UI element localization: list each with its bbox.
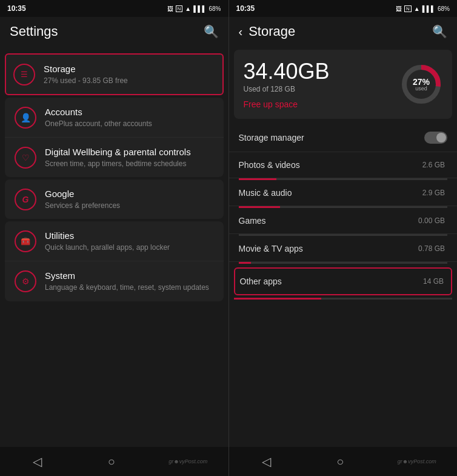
left-time: 10:35 xyxy=(7,4,26,13)
digital-wellbeing-text: Digital Wellbeing & parental controls Sc… xyxy=(45,146,214,169)
google-subtitle: Services & preferences xyxy=(45,201,214,211)
storage-used-of-label: Used of 128 GB xyxy=(244,85,330,93)
settings-group-3: 🧰 Utilities Quick launch, parallel apps,… xyxy=(5,221,224,301)
storage-settings-item[interactable]: ☰ Storage 27% used - 93.85 GB free xyxy=(5,53,224,95)
left-home-button[interactable]: ○ xyxy=(96,450,127,474)
left-page-title: Settings xyxy=(10,24,204,39)
donut-label: 27% used xyxy=(413,77,430,91)
games-section: Games 0.00 GB xyxy=(229,208,458,236)
settings-group-1: 👤 Accounts OnePlus account, other accoun… xyxy=(5,98,224,177)
left-nav-bar: ◁ ○ gr☻vyPost.com xyxy=(0,447,228,476)
right-back-button[interactable]: ‹ xyxy=(239,25,243,39)
photos-videos-value: 2.6 GB xyxy=(422,161,445,169)
system-title: System xyxy=(45,270,214,282)
left-battery-icon: 68% xyxy=(208,5,221,12)
left-status-icons: 🖼 N ▲ ▌▌▌ 68% xyxy=(167,5,221,12)
other-apps-value: 14 GB xyxy=(423,277,444,286)
system-subtitle: Language & keyboard, time, reset, system… xyxy=(45,283,214,293)
storage-rows-section: Storage manager Photos & videos 2.6 GB M… xyxy=(229,122,458,265)
movie-tv-section: Movie & TV apps 0.78 GB xyxy=(229,236,458,264)
music-audio-value: 2.9 GB xyxy=(422,189,445,197)
settings-group-2: G Google Services & preferences xyxy=(5,179,224,219)
music-audio-row[interactable]: Music & audio 2.9 GB xyxy=(229,180,458,206)
left-top-bar: Settings 🔍 xyxy=(0,17,228,46)
movie-tv-bar-fill xyxy=(239,262,252,264)
left-panel: 10:35 🖼 N ▲ ▌▌▌ 68% Settings 🔍 ☰ Storage… xyxy=(0,0,228,476)
right-wifi-icon: ▲ xyxy=(414,5,420,12)
storage-content: 34.40GB Used of 128 GB Free up space 27%… xyxy=(229,46,458,447)
right-page-title: Storage xyxy=(249,24,432,39)
right-time: 10:35 xyxy=(236,4,255,13)
accounts-item-text: Accounts OnePlus account, other accounts xyxy=(45,106,214,129)
right-nfc-icon: N xyxy=(404,5,412,12)
storage-item-title: Storage xyxy=(44,63,215,75)
left-signal-icon: ▌▌▌ xyxy=(193,5,206,12)
storage-hero-card: 34.40GB Used of 128 GB Free up space 27%… xyxy=(234,50,453,119)
left-status-bar: 10:35 🖼 N ▲ ▌▌▌ 68% xyxy=(0,0,228,17)
utilities-item-text: Utilities Quick launch, parallel apps, a… xyxy=(45,230,214,252)
photos-videos-row[interactable]: Photos & videos 2.6 GB xyxy=(229,152,458,178)
photos-videos-label: Photos & videos xyxy=(239,160,422,170)
free-up-space-button[interactable]: Free up space xyxy=(244,99,330,109)
games-label: Games xyxy=(239,216,418,226)
system-icon: ⚙ xyxy=(15,270,36,292)
left-search-button[interactable]: 🔍 xyxy=(204,24,219,39)
utilities-item[interactable]: 🧰 Utilities Quick launch, parallel apps,… xyxy=(5,221,224,261)
movie-tv-row[interactable]: Movie & TV apps 0.78 GB xyxy=(229,236,458,262)
storage-manager-label: Storage manager xyxy=(239,133,425,142)
google-item-text: Google Services & preferences xyxy=(45,188,214,210)
utilities-subtitle: Quick launch, parallel apps, app locker xyxy=(45,243,214,253)
left-back-button[interactable]: ◁ xyxy=(21,449,54,474)
storage-size-label: 34.40GB xyxy=(244,59,330,84)
games-row[interactable]: Games 0.00 GB xyxy=(229,208,458,234)
system-item[interactable]: ⚙ System Language & keyboard, time, rese… xyxy=(5,261,224,301)
digital-wellbeing-item[interactable]: ♡ Digital Wellbeing & parental controls … xyxy=(5,138,224,177)
digital-wellbeing-subtitle: Screen time, app timers, bedtime schedul… xyxy=(45,159,214,169)
right-search-button[interactable]: 🔍 xyxy=(432,24,447,39)
storage-manager-toggle[interactable] xyxy=(424,132,447,144)
right-battery-icon: 68% xyxy=(438,5,450,12)
storage-donut-chart: 27% used xyxy=(400,63,442,106)
digital-wellbeing-title: Digital Wellbeing & parental controls xyxy=(45,146,214,158)
google-title: Google xyxy=(45,188,214,200)
right-back-nav-button[interactable]: ◁ xyxy=(250,449,283,474)
left-settings-content: ☰ Storage 27% used - 93.85 GB free 👤 Acc… xyxy=(0,46,228,447)
right-status-icons: 🖼 N ▲ ▌▌▌ 68% xyxy=(396,5,450,12)
left-notification-icon: 🖼 xyxy=(167,5,173,12)
accounts-subtitle: OnePlus account, other accounts xyxy=(45,119,214,129)
accounts-item[interactable]: 👤 Accounts OnePlus account, other accoun… xyxy=(5,98,224,138)
movie-tv-value: 0.78 GB xyxy=(418,244,445,253)
left-wifi-icon: ▲ xyxy=(185,5,191,12)
left-nfc-icon: N xyxy=(176,5,183,12)
digital-wellbeing-icon: ♡ xyxy=(15,147,36,169)
google-item[interactable]: G Google Services & preferences xyxy=(5,179,224,219)
other-apps-bar-fill xyxy=(234,298,321,300)
right-watermark: gr☻vyPost.com xyxy=(398,458,436,464)
right-status-bar: 10:35 🖼 N ▲ ▌▌▌ 68% xyxy=(229,0,458,17)
photos-videos-section: Photos & videos 2.6 GB xyxy=(229,152,458,180)
other-apps-bar-bg xyxy=(234,298,453,300)
google-icon: G xyxy=(15,189,36,210)
music-audio-label: Music & audio xyxy=(239,188,422,198)
music-audio-section: Music & audio 2.9 GB xyxy=(229,180,458,208)
toggle-knob xyxy=(436,133,446,142)
right-panel: 10:35 🖼 N ▲ ▌▌▌ 68% ‹ Storage 🔍 34.40GB … xyxy=(229,0,458,476)
other-apps-row[interactable]: Other apps 14 GB xyxy=(234,267,453,295)
right-notification-icon: 🖼 xyxy=(396,5,402,12)
games-value: 0.00 GB xyxy=(418,216,445,225)
donut-percent: 27% xyxy=(413,77,430,85)
right-home-nav-button[interactable]: ○ xyxy=(324,450,356,474)
other-apps-label: Other apps xyxy=(240,277,423,286)
movie-tv-bar-bg xyxy=(239,262,448,264)
storage-item-text: Storage 27% used - 93.85 GB free xyxy=(44,63,215,85)
storage-manager-row[interactable]: Storage manager xyxy=(229,124,458,152)
storage-hero-left: 34.40GB Used of 128 GB Free up space xyxy=(244,59,330,109)
accounts-icon: 👤 xyxy=(15,107,36,129)
right-signal-icon: ▌▌▌ xyxy=(422,5,435,12)
movie-tv-label: Movie & TV apps xyxy=(239,244,418,253)
storage-icon: ☰ xyxy=(13,64,35,85)
storage-item-subtitle: 27% used - 93.85 GB free xyxy=(44,76,215,86)
utilities-title: Utilities xyxy=(45,230,214,242)
utilities-icon: 🧰 xyxy=(15,230,36,252)
system-item-text: System Language & keyboard, time, reset,… xyxy=(45,270,214,292)
